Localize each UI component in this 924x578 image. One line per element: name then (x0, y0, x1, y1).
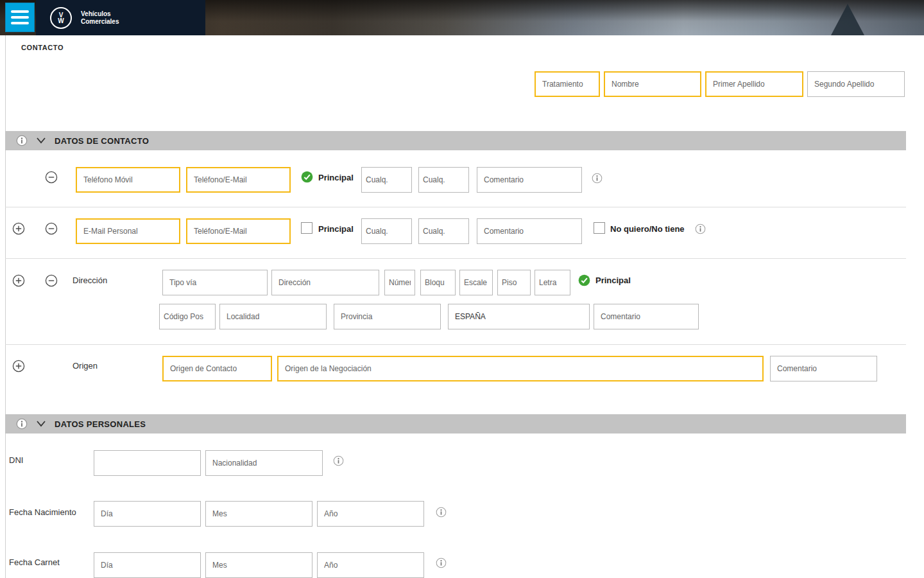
carnet-mes-field[interactable] (205, 552, 312, 578)
primer-apellido-field[interactable] (705, 71, 803, 97)
header-photo-silhouette (831, 4, 864, 35)
hamburger-menu-button[interactable] (5, 3, 35, 32)
comentario-field-1[interactable] (477, 167, 582, 193)
dni-field[interactable] (94, 450, 201, 476)
remove-row-icon[interactable] (45, 274, 58, 287)
info-icon[interactable] (436, 557, 447, 568)
comentario-field-origen[interactable] (770, 356, 877, 381)
section-title: DATOS DE CONTACTO (55, 136, 149, 146)
provincia-field[interactable] (334, 304, 441, 329)
numero-field[interactable] (384, 270, 415, 295)
telefono-email-field-2[interactable] (186, 218, 291, 244)
telefono-movil-field[interactable] (76, 167, 180, 193)
info-icon[interactable] (16, 418, 28, 430)
cualquiera-field-2a[interactable] (361, 218, 412, 244)
chevron-down-icon[interactable] (36, 137, 46, 144)
localidad-field[interactable] (219, 304, 327, 329)
tipo-via-field[interactable] (162, 270, 268, 295)
info-icon[interactable] (592, 173, 603, 184)
origen-negociacion-field[interactable] (277, 356, 764, 381)
nacimiento-anio-field[interactable] (317, 501, 424, 527)
add-row-icon[interactable] (12, 360, 25, 372)
fecha-nacimiento-label: Fecha Nacimiento (9, 507, 76, 517)
fecha-carnet-label: Fecha Carnet (9, 557, 60, 567)
add-row-icon[interactable] (12, 222, 25, 235)
direccion-label: Dirección (73, 276, 107, 285)
cualquiera-field-1b[interactable] (418, 167, 469, 193)
hamburger-icon (11, 10, 29, 13)
tratamiento-field[interactable] (535, 71, 600, 97)
origen-label: Origen (73, 361, 98, 371)
nombre-field[interactable] (604, 71, 701, 97)
brand-name: Vehículos Comerciales (81, 10, 119, 26)
cualquiera-field-1a[interactable] (361, 167, 412, 193)
dni-label: DNI (9, 455, 23, 465)
section-header-datos-personales[interactable]: DATOS PERSONALES (5, 414, 906, 434)
principal-label: Principal (318, 173, 354, 182)
no-quiere-checkbox[interactable] (594, 222, 605, 234)
contact-form-screen: V W Vehículos Comerciales CONTACTO DATOS… (0, 0, 924, 578)
row-divider (5, 207, 906, 207)
pais-field[interactable] (448, 304, 590, 329)
email-personal-field[interactable] (76, 218, 180, 244)
origen-contacto-field[interactable] (162, 356, 272, 381)
info-icon[interactable] (333, 455, 344, 466)
remove-row-icon[interactable] (45, 222, 58, 235)
chevron-down-icon[interactable] (36, 420, 46, 428)
segundo-apellido-field[interactable] (807, 71, 905, 97)
section-header-datos-contacto[interactable]: DATOS DE CONTACTO (5, 131, 906, 150)
letra-field[interactable] (535, 270, 570, 295)
escalera-field[interactable] (459, 270, 493, 295)
principal-label: Principal (595, 276, 631, 285)
piso-field[interactable] (497, 270, 531, 295)
row-divider (5, 258, 906, 259)
nacimiento-mes-field[interactable] (205, 501, 312, 527)
info-icon[interactable] (436, 507, 447, 518)
no-quiere-label: No quiero/No tiene (610, 224, 685, 234)
principal-check-icon[interactable] (578, 274, 590, 286)
left-border-rule (5, 35, 6, 578)
telefono-email-field-1[interactable] (186, 167, 291, 193)
brand-block: V W Vehículos Comerciales (36, 0, 205, 35)
info-icon[interactable] (695, 223, 706, 234)
add-row-icon[interactable] (12, 274, 25, 287)
comentario-field-direccion[interactable] (594, 304, 699, 329)
nacimiento-dia-field[interactable] (94, 501, 201, 527)
page-title: CONTACTO (21, 44, 64, 51)
principal-label: Principal (318, 224, 354, 234)
remove-row-icon[interactable] (45, 171, 58, 184)
row-divider (5, 344, 906, 345)
carnet-dia-field[interactable] (94, 552, 201, 578)
principal-check-icon[interactable] (301, 171, 313, 183)
cualquiera-field-2b[interactable] (418, 218, 469, 244)
nacionalidad-field[interactable] (205, 450, 323, 476)
carnet-anio-field[interactable] (317, 552, 424, 578)
section-title: DATOS PERSONALES (55, 419, 146, 429)
codigo-postal-field[interactable] (159, 304, 216, 329)
info-icon[interactable] (16, 135, 28, 146)
vw-logo: V W (50, 7, 72, 29)
direccion-field[interactable] (271, 270, 379, 295)
principal-checkbox[interactable] (301, 222, 312, 234)
bloque-field[interactable] (420, 270, 456, 295)
comentario-field-2[interactable] (477, 218, 582, 244)
